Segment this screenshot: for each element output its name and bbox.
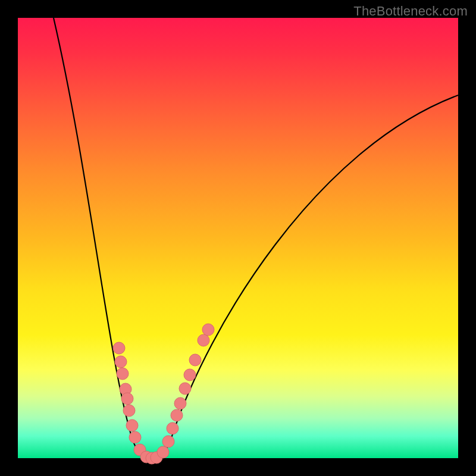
data-dot [174,397,186,409]
data-dot [117,368,129,380]
data-dot [202,324,214,336]
plot-area [18,18,458,458]
data-dot [167,422,178,434]
data-dot [184,369,196,381]
data-dot [189,354,201,366]
data-dot [198,334,209,346]
data-dots [113,324,214,464]
data-dot [123,405,135,416]
chart-frame: TheBottleneck.com [0,0,476,476]
data-dot [171,409,183,421]
data-dot [126,419,138,431]
data-dot [162,436,174,447]
curve-path [54,18,458,458]
bottleneck-curve [18,18,458,458]
data-dot [113,342,125,354]
watermark-text: TheBottleneck.com [353,4,468,19]
data-dot [157,446,169,458]
data-dot [115,356,127,368]
data-dot [121,393,133,405]
data-dot [179,383,191,394]
data-dot [129,431,141,443]
